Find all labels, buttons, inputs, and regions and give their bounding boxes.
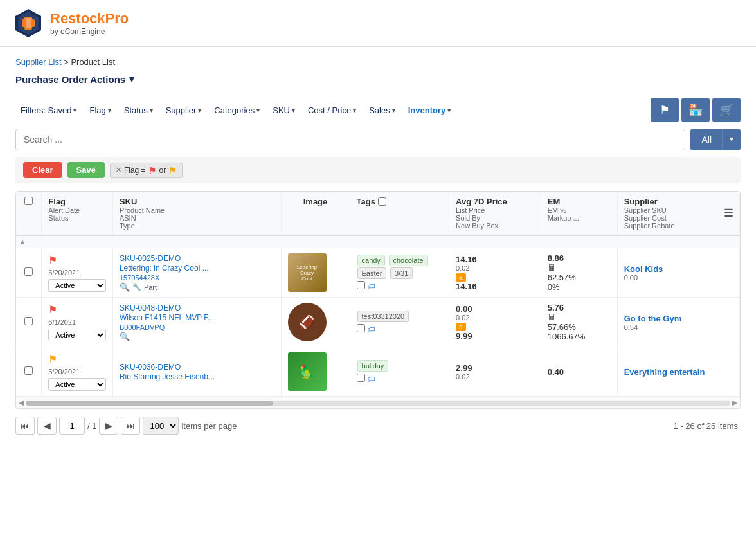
prev-page-button[interactable]: ◀	[37, 417, 57, 435]
filter-cost-price[interactable]: Cost / Price ▾	[303, 103, 361, 118]
last-page-button[interactable]: ⏭	[121, 417, 140, 435]
row1-avg7d: 14.16	[456, 255, 534, 264]
header-flag-label: Flag	[48, 197, 106, 206]
breadcrumb: Supplier List > Product List	[15, 57, 741, 67]
flag-action-button[interactable]: ⚑	[651, 98, 679, 122]
header-avg7d-label: Avg 7D Price	[456, 197, 534, 206]
header-supplier-rebate-label: Supplier Rebate	[624, 222, 675, 230]
filter-supplier[interactable]: Supplier ▾	[161, 103, 207, 118]
page-size-select[interactable]: 25 50 100 200	[143, 417, 179, 435]
search-all-button[interactable]: All	[690, 129, 723, 150]
row2-tag-edit-icon[interactable]: 🏷	[367, 325, 375, 334]
row1-search-icon[interactable]: 🔍	[120, 282, 130, 292]
row3-tag-holiday: holiday	[357, 360, 389, 372]
row1-tags-checkbox[interactable]	[357, 281, 365, 289]
filter-saved[interactable]: Filters: Saved ▾	[15, 103, 82, 118]
filter-flag-label: Flag	[89, 105, 105, 115]
cart-action-button[interactable]: 🛒	[712, 98, 741, 122]
breadcrumb-supplier-list[interactable]: Supplier List	[15, 57, 62, 67]
save-button[interactable]: Save	[68, 162, 105, 178]
row2-product-name-link[interactable]: Wilson F1415 NFL MVP F...	[120, 313, 214, 322]
row2-amazon-badge: a	[456, 323, 466, 331]
row2-checkbox[interactable]	[24, 317, 33, 325]
search-dropdown-caret-icon[interactable]: ▾	[723, 129, 741, 150]
filter-sales[interactable]: Sales ▾	[364, 103, 401, 118]
row2-search-icon[interactable]: 🔍	[120, 332, 130, 341]
header-asin-label: ASIN	[120, 214, 274, 222]
row1-status-select[interactable]: Active Inactive	[48, 279, 106, 292]
row1-asin-link[interactable]: 157054428X	[120, 274, 159, 282]
logo-brand-part2: Pro	[105, 10, 129, 26]
row2-type: 🔍	[120, 332, 274, 341]
filter-inventory[interactable]: Inventory ▾	[403, 103, 456, 118]
breadcrumb-product-list: Product List	[71, 57, 115, 67]
row1-tag-edit-icon[interactable]: 🏷	[367, 282, 375, 291]
row2-price-cell: 0.00 0.02 a 9.99	[449, 298, 541, 347]
logo-brand-part1: Restock	[50, 10, 105, 26]
filter-inventory-caret-icon: ▾	[447, 107, 451, 114]
next-page-button[interactable]: ▶	[99, 417, 118, 435]
row1-checkbox[interactable]	[24, 267, 33, 276]
row3-status-select[interactable]: Active Inactive	[48, 378, 106, 391]
po-actions-button[interactable]: Purchase Order Actions ▾	[15, 73, 741, 85]
first-page-button[interactable]: ⏮	[15, 417, 35, 435]
row1-product-name-link[interactable]: Lettering: in Crazy Cool ...	[120, 264, 209, 273]
table-body: ⚑ 5/20/2021 Active Inactive SKU-0025-DEM…	[16, 248, 740, 397]
row1-calc-icon[interactable]: 🖩	[548, 263, 556, 273]
scroll-up-icon[interactable]: ▲	[19, 237, 26, 246]
row2-supplier-link[interactable]: Go to the Gym	[624, 314, 682, 323]
filter-tag-flag: ✕ Flag = ⚑ or ⚑	[110, 163, 183, 178]
row3-image-cell: 🦜	[281, 347, 350, 397]
tags-header-checkbox[interactable]	[378, 197, 386, 206]
row3-sku-link[interactable]: SKU-0036-DEMO	[120, 363, 181, 372]
scroll-left-icon[interactable]: ◀	[19, 399, 24, 407]
row3-supplier-link[interactable]: Everything entertain	[624, 367, 705, 377]
horizontal-scrollbar[interactable]	[26, 401, 730, 406]
row3-checkbox[interactable]	[24, 366, 33, 375]
page-count: 1 - 26 of 26 items	[674, 421, 738, 431]
row2-sku-link[interactable]: SKU-0048-DEMO	[120, 303, 181, 312]
row1-sku-link[interactable]: SKU-0025-DEMO	[120, 254, 181, 263]
row1-tags-cell: candy chocolate Easter 3/31 🏷	[350, 248, 449, 298]
column-settings-icon[interactable]: ☰	[724, 207, 733, 219]
filter-flag[interactable]: Flag ▾	[84, 103, 116, 118]
table-row: ⚑ 5/20/2021 Active Inactive SKU-0036-DEM…	[16, 347, 740, 397]
row2-em: 5.76	[548, 303, 611, 312]
row3-em: 0.40	[548, 367, 611, 377]
header-status-label: Status	[48, 214, 106, 222]
filter-categories[interactable]: Categories ▾	[209, 103, 265, 118]
row3-tags-cell: holiday 🏷	[350, 347, 449, 397]
page-of-label: / 1	[87, 421, 96, 431]
row3-tag-edit-icon[interactable]: 🏷	[367, 374, 375, 384]
filter-sku[interactable]: SKU ▾	[267, 103, 300, 118]
clear-button[interactable]: Clear	[23, 162, 62, 178]
select-all-checkbox[interactable]	[24, 197, 33, 205]
row3-product-name-link[interactable]: Rio Starring Jesse Eisenb...	[120, 372, 215, 381]
page-number-input[interactable]	[59, 417, 85, 435]
row1-supplier-link[interactable]: Kool Kids	[624, 264, 663, 274]
row3-checkbox-cell	[16, 347, 42, 397]
scroll-right-icon[interactable]: ▶	[732, 399, 737, 407]
row3-avg7d: 2.99	[456, 363, 534, 373]
row1-em-pct: 62.57%	[548, 273, 611, 282]
search-input[interactable]	[15, 129, 685, 150]
filter-status[interactable]: Status ▾	[119, 103, 158, 118]
row2-tags-checkbox[interactable]	[357, 324, 365, 332]
filter-tag-remove-icon[interactable]: ✕	[116, 166, 122, 174]
row3-supplier-cell: Everything entertain	[617, 347, 739, 397]
row2-flag-cell: ⚑ 6/1/2021 Active Inactive	[42, 298, 113, 347]
filter-sku-caret-icon: ▾	[292, 107, 295, 114]
row3-tags-checkbox[interactable]	[357, 374, 365, 382]
pagination: ⏮ ◀ / 1 ▶ ⏭ 25 50 100 200 items per page…	[15, 409, 741, 435]
row2-asin-link[interactable]: B000FADVPQ	[120, 323, 165, 331]
filter-categories-caret-icon: ▾	[256, 107, 260, 114]
filter-tag-or-label: or	[159, 166, 166, 175]
header-tags-label: Tags	[357, 197, 375, 206]
warehouse-action-button[interactable]: 🏪	[681, 98, 710, 122]
table-row: ⚑ 6/1/2021 Active Inactive SKU-0048-DEMO…	[16, 298, 740, 347]
row2-calc-icon[interactable]: 🖩	[548, 312, 556, 322]
row1-type-icon: 🔧	[132, 283, 141, 291]
row2-status-select[interactable]: Active Inactive	[48, 329, 106, 341]
header-markup-label: Markup ...	[548, 214, 611, 222]
row1-flag-icon: ⚑	[48, 254, 106, 266]
